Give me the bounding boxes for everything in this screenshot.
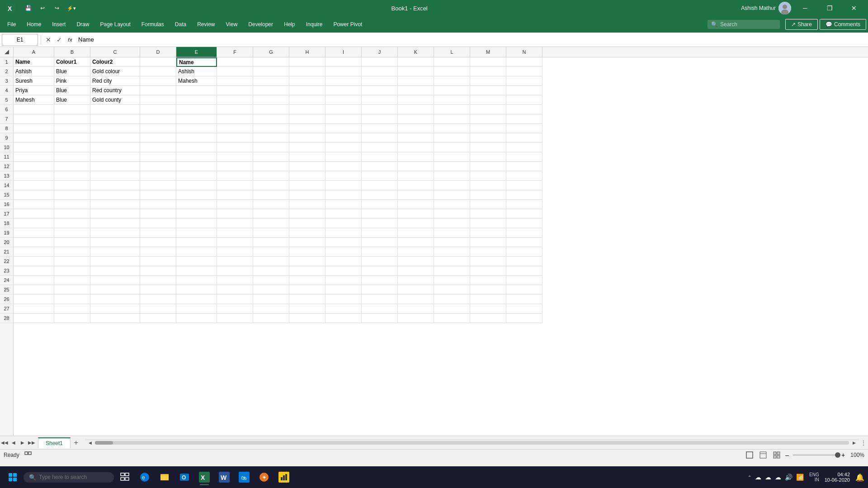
confirm-formula-icon[interactable]: ✓ <box>55 35 64 44</box>
normal-view-btn[interactable] <box>745 450 755 460</box>
cell-E5[interactable] <box>176 95 217 105</box>
row-num-corner[interactable] <box>0 47 14 57</box>
cell-J5[interactable] <box>362 95 398 105</box>
cell-A2[interactable]: Ashish <box>14 67 54 76</box>
row-10[interactable]: 10 <box>0 143 13 152</box>
row-11[interactable]: 11 <box>0 152 13 162</box>
scroll-left-btn[interactable]: ◀ <box>87 440 93 446</box>
row-16[interactable]: 16 <box>0 200 13 209</box>
row-18[interactable]: 18 <box>0 219 13 228</box>
cell-M2[interactable] <box>470 67 506 76</box>
cell-D2[interactable] <box>140 67 176 76</box>
row-9[interactable]: 9 <box>0 133 13 143</box>
user-profile[interactable]: Ashish Mathur <box>741 2 791 14</box>
row-3[interactable]: 3 <box>0 76 13 86</box>
col-header-F[interactable]: F <box>217 47 253 57</box>
col-header-N[interactable]: N <box>506 47 542 57</box>
cell-D3[interactable] <box>140 76 176 86</box>
cell-N1[interactable] <box>506 57 542 67</box>
row-4[interactable]: 4 <box>0 86 13 95</box>
menu-review[interactable]: Review <box>192 19 220 30</box>
menu-help[interactable]: Help <box>278 19 301 30</box>
taskbar-word-icon[interactable]: W <box>215 468 233 486</box>
taskbar-app2-icon[interactable]: ✦ <box>255 468 273 486</box>
cell-M1[interactable] <box>470 57 506 67</box>
row-26[interactable]: 26 <box>0 295 13 304</box>
cell-I2[interactable] <box>326 67 362 76</box>
col-header-G[interactable]: G <box>253 47 289 57</box>
restore-btn[interactable]: ❐ <box>819 0 840 16</box>
cell-J4[interactable] <box>362 86 398 95</box>
cell-G5[interactable] <box>253 95 289 105</box>
cell-I4[interactable] <box>326 86 362 95</box>
notification-btn[interactable]: 🔔 <box>855 473 864 482</box>
zoom-thumb[interactable] <box>835 452 840 458</box>
cell-L4[interactable] <box>434 86 470 95</box>
sheet-nav-last[interactable]: ▶▶ <box>27 438 36 447</box>
cell-M3[interactable] <box>470 76 506 86</box>
row-7[interactable]: 7 <box>0 114 13 124</box>
row-23[interactable]: 23 <box>0 266 13 276</box>
col-header-C[interactable]: C <box>90 47 140 57</box>
menu-data[interactable]: Data <box>170 19 192 30</box>
sheet-nav-next[interactable]: ▶ <box>18 438 27 447</box>
cell-N2[interactable] <box>506 67 542 76</box>
row-27[interactable]: 27 <box>0 304 13 314</box>
row-14[interactable]: 14 <box>0 181 13 190</box>
formula-input[interactable] <box>75 34 866 46</box>
cell-N3[interactable] <box>506 76 542 86</box>
col-header-E[interactable]: E <box>176 47 217 57</box>
cell-I1[interactable] <box>326 57 362 67</box>
taskbar-store-icon[interactable]: 🛍 <box>235 468 253 486</box>
col-header-M[interactable]: M <box>470 47 506 57</box>
col-header-D[interactable]: D <box>140 47 176 57</box>
wifi-icon[interactable]: 📶 <box>796 474 804 481</box>
datetime-area[interactable]: 04:42 10-06-2020 <box>825 472 850 483</box>
cell-A1[interactable]: Name <box>14 57 54 67</box>
cell-C1[interactable]: Colour2 <box>90 57 140 67</box>
taskbar-powerbi-icon[interactable] <box>275 468 293 486</box>
sheet-nav-first[interactable]: ◀◀ <box>0 438 9 447</box>
network-icon[interactable]: ☁ <box>755 474 761 481</box>
cell-C5[interactable]: Gold county <box>90 95 140 105</box>
row-21[interactable]: 21 <box>0 247 13 257</box>
row-8[interactable]: 8 <box>0 124 13 133</box>
cell-H5[interactable] <box>289 95 326 105</box>
cell-F3[interactable] <box>217 76 253 86</box>
cell-H2[interactable] <box>289 67 326 76</box>
cell-L5[interactable] <box>434 95 470 105</box>
row-25[interactable]: 25 <box>0 285 13 295</box>
redo-btn[interactable]: ↪ <box>51 2 63 14</box>
row-13[interactable]: 13 <box>0 171 13 181</box>
search-input[interactable] <box>720 21 774 28</box>
row-28[interactable]: 28 <box>0 314 13 323</box>
cell-B5[interactable]: Blue <box>54 95 90 105</box>
weather-icon[interactable]: ☁ <box>775 474 781 481</box>
cell-G1[interactable] <box>253 57 289 67</box>
scroll-thumb[interactable] <box>95 441 113 445</box>
cell-H4[interactable] <box>289 86 326 95</box>
col-header-B[interactable]: B <box>54 47 90 57</box>
save-quick-btn[interactable]: 💾 <box>22 2 34 14</box>
cell-K2[interactable] <box>398 67 434 76</box>
scroll-right-btn[interactable]: ▶ <box>851 440 857 446</box>
taskbar-edge-icon[interactable]: e <box>136 468 154 486</box>
ellipsis-icon[interactable]: ⋮ <box>861 440 866 446</box>
page-layout-view-btn[interactable] <box>758 450 768 460</box>
cell-B2[interactable]: Blue <box>54 67 90 76</box>
row-2[interactable]: 2 <box>0 67 13 76</box>
cell-M5[interactable] <box>470 95 506 105</box>
cell-G2[interactable] <box>253 67 289 76</box>
excel-icon[interactable]: X <box>4 1 18 15</box>
cell-L3[interactable] <box>434 76 470 86</box>
cell-C2[interactable]: Gold colour <box>90 67 140 76</box>
menu-file[interactable]: File <box>2 19 21 30</box>
undo-btn[interactable]: ↩ <box>36 2 49 14</box>
menu-developer[interactable]: Developer <box>243 19 278 30</box>
minimize-btn[interactable]: ─ <box>795 0 816 16</box>
add-sheet-button[interactable]: + <box>71 438 81 448</box>
cloud-icon[interactable]: ☁ <box>765 474 771 481</box>
cell-A6[interactable] <box>14 105 54 114</box>
row-19[interactable]: 19 <box>0 228 13 238</box>
zoom-plus[interactable]: + <box>841 451 845 459</box>
